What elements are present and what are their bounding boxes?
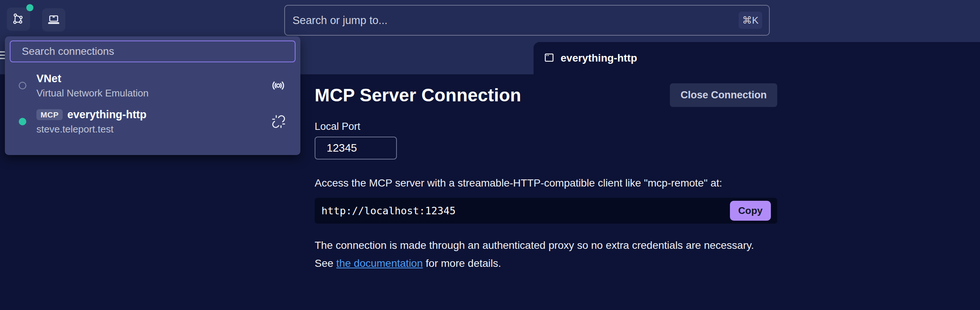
- document-header: MCP Server Connection Close Connection: [315, 83, 777, 107]
- page-title: MCP Server Connection: [315, 85, 521, 105]
- copy-button[interactable]: Copy: [730, 201, 771, 221]
- access-instructions: Access the MCP server with a streamable-…: [315, 177, 722, 189]
- vnet-status-ring: [19, 82, 26, 89]
- mcp-title: everything-http: [67, 108, 146, 121]
- tab-everything-http[interactable]: everything-http: [533, 42, 980, 74]
- app-window: Search or jump to... ⌘K: [0, 0, 980, 310]
- proxy-note: The connection is made through an authen…: [315, 237, 754, 272]
- mcp-subtitle: steve.teleport.test: [37, 124, 146, 135]
- mcp-connection-document: MCP Server Connection Close Connection L…: [315, 74, 777, 310]
- list-item-everything-http[interactable]: MCP everything-http steve.teleport.test: [10, 103, 296, 140]
- window-icon: [543, 52, 555, 65]
- mcp-badge: MCP: [37, 109, 63, 120]
- unlink-icon[interactable]: [272, 114, 286, 129]
- vnet-subtitle: Virtual Network Emulation: [37, 87, 149, 99]
- close-connection-button[interactable]: Close Connection: [670, 83, 777, 107]
- broadcast-icon: [271, 78, 286, 93]
- connections-search-input[interactable]: [10, 41, 296, 62]
- list-item-vnet[interactable]: VNet Virtual Network Emulation: [10, 68, 296, 103]
- connections-dropdown: VNet Virtual Network Emulation MCP: [5, 37, 301, 155]
- note-line2-suffix: for more details.: [423, 258, 501, 269]
- note-line1: The connection is made through an authen…: [315, 240, 754, 251]
- shortcut-badge: ⌘K: [738, 12, 762, 29]
- top-bar: Search or jump to... ⌘K: [0, 0, 980, 42]
- local-port-input[interactable]: [315, 137, 397, 159]
- local-machine-button[interactable]: [42, 8, 65, 32]
- local-port-label: Local Port: [315, 121, 360, 132]
- documentation-link[interactable]: the documentation: [336, 258, 423, 269]
- tab-label: everything-http: [561, 52, 637, 64]
- network-hub-icon: [12, 13, 25, 26]
- vnet-title: VNet: [37, 72, 61, 85]
- endpoint-url: http://localhost:12345: [321, 205, 456, 216]
- note-line2-prefix: See: [315, 258, 336, 269]
- mcp-status-dot: [19, 118, 26, 126]
- global-search-placeholder: Search or jump to...: [293, 14, 388, 27]
- global-search-input[interactable]: Search or jump to... ⌘K: [284, 5, 770, 36]
- connections-button[interactable]: [7, 8, 30, 31]
- laptop-icon: [47, 13, 60, 27]
- endpoint-code-block: http://localhost:12345 Copy: [315, 198, 777, 224]
- vnet-running-dot: [26, 4, 33, 11]
